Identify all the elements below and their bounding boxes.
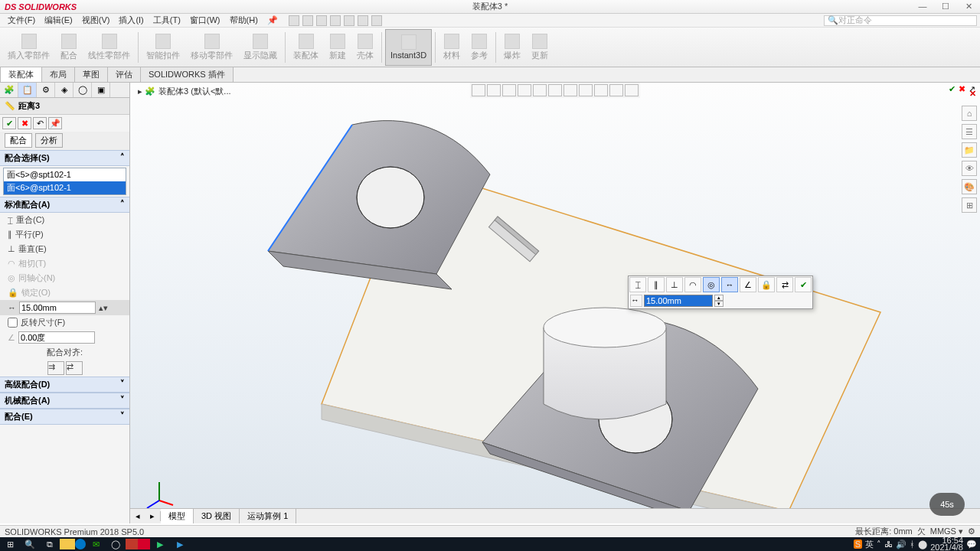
tp-library-icon[interactable]: 📁: [962, 142, 977, 158]
mate-distance-row[interactable]: ↔ ▴▾: [0, 300, 129, 315]
tray-clock[interactable]: 16:542021/4/8: [930, 537, 963, 551]
tb-chrome-icon[interactable]: ◯: [106, 537, 126, 551]
menu-pin-icon[interactable]: 📌: [263, 15, 283, 25]
bottom-tab-motion[interactable]: 运动算例 1: [240, 509, 296, 523]
viewport[interactable]: ▸ 🧩 装配体3 (默认<默...: [130, 83, 980, 523]
pm-tab-property-icon[interactable]: 📋: [18, 83, 37, 97]
tb-explorer-icon[interactable]: [60, 539, 75, 549]
tray-extra-icon[interactable]: ⬤: [918, 540, 927, 549]
ribbon-reference[interactable]: 参考: [466, 29, 492, 66]
tb-wechat-icon[interactable]: ✉: [86, 537, 106, 551]
ctx-spinner[interactable]: ▴▾: [714, 295, 724, 307]
tray-bt-icon[interactable]: ᚼ: [910, 540, 915, 549]
tab-sketch[interactable]: 草图: [74, 67, 108, 82]
pm-section-mechanical[interactable]: 机械配合(A)˅: [0, 393, 129, 409]
tp-home-icon[interactable]: ⌂: [962, 106, 977, 121]
ribbon-move[interactable]: 移动零部件: [186, 29, 237, 66]
tray-vol-icon[interactable]: 🔊: [896, 540, 906, 549]
pm-tab-extra1-icon[interactable]: ◯: [74, 83, 92, 97]
pm-tab-config-icon[interactable]: ⚙: [37, 83, 55, 97]
menu-help[interactable]: 帮助(H): [225, 15, 263, 26]
mate-concentric[interactable]: ◎同轴心(N): [0, 271, 129, 285]
ribbon-explode[interactable]: 爆炸: [499, 29, 525, 66]
tb-sw-icon[interactable]: [138, 539, 150, 549]
bottom-tab-model[interactable]: 模型: [161, 509, 194, 523]
ribbon-insert-component[interactable]: 插入零部件: [3, 29, 54, 66]
ctx-flip-icon[interactable]: ⇄: [776, 277, 793, 292]
tray-sogou-icon[interactable]: S: [854, 540, 862, 549]
distance-input[interactable]: [19, 302, 96, 314]
mate-lock[interactable]: 🔒锁定(O): [0, 285, 129, 300]
tp-view-icon[interactable]: 👁: [962, 161, 977, 176]
tb-app2-icon[interactable]: ▶: [150, 537, 170, 551]
ctx-angle-icon[interactable]: ∠: [740, 277, 756, 292]
qat-print-icon[interactable]: [330, 15, 341, 26]
tray-net-icon[interactable]: 🖧: [884, 540, 893, 549]
qat-open-icon[interactable]: [302, 15, 313, 26]
pm-tab-feature-icon[interactable]: 🧩: [0, 83, 18, 97]
angle-input[interactable]: [18, 331, 95, 344]
pm-mini-tab-mate[interactable]: 配合: [5, 133, 32, 148]
pm-selection-1[interactable]: 面<5>@spt102-1: [4, 168, 126, 181]
spinner-icon[interactable]: ▴▾: [99, 303, 108, 313]
pm-ok-button[interactable]: ✔: [2, 117, 16, 129]
ribbon-linear[interactable]: 线性零部件: [83, 29, 135, 66]
pm-selection-list[interactable]: 面<5>@spt102-1 面<6>@spt102-1: [3, 168, 126, 195]
tb-app1-icon[interactable]: [126, 539, 138, 549]
ribbon-show[interactable]: 显示隐藏: [239, 29, 282, 66]
tab-evaluate[interactable]: 评估: [107, 67, 141, 82]
qat-redo-icon[interactable]: [358, 15, 368, 26]
tp-custom-icon[interactable]: ⊞: [962, 197, 977, 213]
tray-up-icon[interactable]: ˄: [877, 540, 881, 549]
ribbon-shell[interactable]: 壳体: [352, 29, 378, 66]
tb-search-icon[interactable]: 🔍: [20, 537, 40, 551]
ctx-perpendicular-icon[interactable]: ⊥: [666, 277, 683, 292]
command-search[interactable]: 🔍 对正命令: [824, 15, 977, 26]
ctx-parallel-icon[interactable]: ∥: [648, 277, 665, 292]
bottom-tab-3dview[interactable]: 3D 视图: [194, 509, 240, 523]
tb-taskview-icon[interactable]: ⧉: [40, 537, 60, 551]
menu-window[interactable]: 窗口(W): [185, 15, 225, 26]
mate-angle-row[interactable]: ∠: [0, 330, 129, 345]
ctx-ok-icon[interactable]: ✔: [795, 277, 812, 292]
ribbon-material[interactable]: 材料: [439, 29, 465, 66]
pm-section-mates[interactable]: 配合(E)˅: [0, 409, 129, 425]
ctx-tangent-icon[interactable]: ◠: [684, 277, 701, 292]
tray-ime-icon[interactable]: 英: [865, 539, 874, 550]
tb-app3-icon[interactable]: ▶: [170, 537, 190, 551]
ribbon-smart[interactable]: 智能扣件: [142, 29, 185, 66]
pm-section-advanced[interactable]: 高级配合(D)˅: [0, 377, 129, 393]
minimize-button[interactable]: —: [911, 2, 934, 11]
qat-options-icon[interactable]: [371, 15, 382, 26]
start-button[interactable]: ⊞: [0, 537, 20, 551]
ctx-distance-input[interactable]: [644, 295, 713, 307]
maximize-button[interactable]: ☐: [934, 2, 957, 11]
bt-next-icon[interactable]: ▸: [145, 511, 161, 521]
ctx-coincident-icon[interactable]: ⌶: [629, 277, 646, 292]
orientation-triad[interactable]: [142, 478, 176, 511]
align-anti-button[interactable]: ⇄: [66, 361, 83, 375]
pm-undo-button[interactable]: ↶: [33, 117, 47, 129]
tp-resources-icon[interactable]: ☰: [962, 124, 977, 139]
pm-cancel-button[interactable]: ✖: [18, 117, 31, 129]
menu-tools[interactable]: 工具(T): [149, 15, 185, 26]
menu-file[interactable]: 文件(F): [3, 15, 40, 26]
pm-tab-extra2-icon[interactable]: ▣: [92, 83, 110, 97]
status-custom-icon[interactable]: ⚙: [968, 527, 975, 536]
confirm-corner-x-icon[interactable]: ✖: [959, 84, 965, 94]
pm-section-selections[interactable]: 配合选择(S)˄: [0, 150, 129, 166]
menu-view[interactable]: 视图(V): [77, 15, 115, 26]
menu-edit[interactable]: 编辑(E): [40, 15, 77, 26]
ctx-lock-icon[interactable]: 🔒: [758, 277, 775, 292]
tab-layout[interactable]: 布局: [41, 67, 75, 82]
close-button[interactable]: ✕: [957, 2, 980, 11]
pm-section-standard[interactable]: 标准配合(A)˄: [0, 197, 129, 213]
mate-coincident[interactable]: ⌶重合(C): [0, 213, 129, 227]
pm-selection-2[interactable]: 面<6>@spt102-1: [4, 181, 126, 194]
pm-mini-tab-analysis[interactable]: 分析: [35, 133, 63, 148]
ribbon-instant3d[interactable]: Instant3D: [385, 29, 432, 66]
ribbon-mate[interactable]: 配合: [56, 29, 82, 66]
qat-new-icon[interactable]: [289, 15, 299, 26]
ribbon-new[interactable]: 新建: [325, 29, 351, 66]
ribbon-update[interactable]: 更新: [527, 29, 553, 66]
